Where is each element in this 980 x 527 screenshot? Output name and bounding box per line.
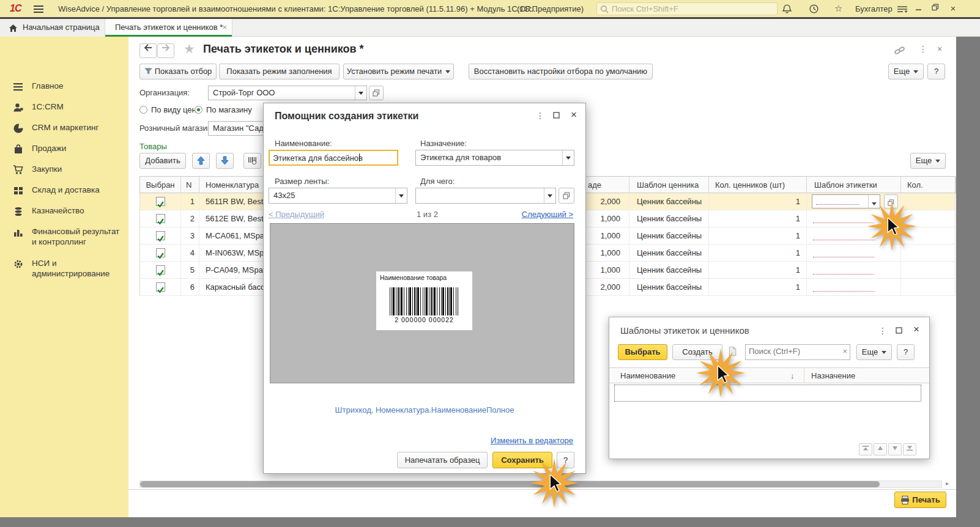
move-up-button[interactable] (192, 153, 210, 169)
panel-more-button[interactable]: Еще (856, 344, 892, 360)
restore-filter-defaults-button[interactable]: Восстановить настройки отбора по умолчан… (469, 64, 653, 79)
templates-table-header: Наименование ↓ Назначение (609, 367, 929, 383)
window-title-mode: (1С:Предприятие) (517, 4, 584, 13)
row-checkbox[interactable] (156, 282, 165, 292)
add-row-button[interactable]: Добавить (139, 153, 186, 169)
empty-selected-row[interactable] (614, 385, 921, 402)
horizontal-scrollbar[interactable] (139, 481, 942, 488)
dropdown-arrow-icon[interactable] (395, 188, 407, 203)
move-down-button[interactable] (216, 153, 234, 169)
purpose-field[interactable]: Этикетка для товаров (415, 150, 574, 166)
empty-label-template[interactable] (813, 240, 874, 240)
panel-maximize-icon[interactable] (896, 326, 902, 336)
empty-label-template[interactable] (813, 223, 874, 223)
copy-template-icon[interactable] (728, 346, 737, 358)
close-form-icon[interactable]: × (937, 44, 942, 54)
clear-search-icon[interactable]: × (842, 347, 847, 356)
more-button-top[interactable]: Еще (888, 64, 924, 79)
forward-button[interactable] (157, 43, 174, 58)
column-header-price-qty[interactable]: Кол. ценников (шт) (709, 177, 807, 194)
row-checkbox[interactable] (156, 231, 165, 240)
label-template-combo[interactable] (812, 194, 880, 208)
next-step-link[interactable]: Следующий > (522, 210, 573, 219)
dialog-maximize-icon[interactable] (553, 111, 560, 120)
move-down-button[interactable] (888, 443, 902, 455)
dialog-help-button[interactable]: ? (557, 452, 574, 468)
column-header-price-template[interactable]: Шаблон ценника (629, 177, 709, 194)
panel-menu-dots-icon[interactable]: ⋮ (878, 326, 887, 336)
notifications-bell-icon[interactable] (782, 4, 792, 16)
restore-window-button[interactable] (930, 4, 941, 13)
sort-descending-icon[interactable]: ↓ (790, 368, 795, 383)
barcode-scan-button[interactable] (243, 153, 261, 169)
row-checkbox[interactable] (156, 214, 165, 223)
column-header-selected[interactable]: Выбран (140, 177, 181, 194)
organization-open-button[interactable] (369, 86, 384, 100)
row-checkbox[interactable] (156, 265, 165, 275)
global-search[interactable] (596, 2, 778, 15)
tab-home[interactable]: Начальная страница (0, 19, 105, 37)
column-header-name[interactable]: Наименование (620, 368, 675, 383)
dialog-menu-dots-icon[interactable]: ⋮ (536, 111, 544, 120)
global-search-input[interactable] (612, 4, 771, 14)
for-what-open-button[interactable] (559, 188, 574, 204)
help-button-top[interactable]: ? (927, 64, 945, 79)
panel-help-button[interactable]: ? (897, 344, 915, 360)
previous-step-link[interactable]: < Предыдущий (269, 210, 324, 219)
show-fill-mode-button[interactable]: Показать режим заполнения (219, 64, 340, 79)
dialog-close-icon[interactable]: × (571, 109, 577, 121)
panel-close-icon[interactable]: × (913, 323, 919, 336)
goods-section-title[interactable]: Товары (139, 142, 167, 151)
dropdown-arrow-icon[interactable] (544, 188, 555, 203)
column-header-n[interactable]: N (181, 177, 199, 194)
dropdown-arrow-icon[interactable] (868, 195, 880, 208)
create-template-button[interactable]: Создать (672, 344, 722, 360)
tape-size-field[interactable]: 43x25 (269, 188, 407, 204)
empty-label-template[interactable] (813, 274, 874, 275)
empty-label-template[interactable] (813, 291, 874, 292)
go-last-button[interactable] (903, 443, 916, 455)
tab-print-labels[interactable]: Печать этикеток и ценников * × (105, 19, 232, 37)
label-template-open-button[interactable] (884, 194, 898, 208)
scrollbar-thumb[interactable] (140, 481, 880, 487)
select-template-button[interactable]: Выбрать (618, 344, 667, 360)
go-first-button[interactable] (859, 443, 872, 455)
set-print-mode-button[interactable]: Установить режим печати (343, 64, 454, 79)
row-checkbox[interactable] (156, 248, 165, 257)
template-search-input[interactable] (749, 347, 834, 356)
edit-in-editor-link[interactable]: Изменить в редакторе (491, 436, 573, 445)
column-header-label-qty[interactable]: Кол. этикеток (ш (901, 177, 956, 194)
print-sample-button[interactable]: Напечатать образец (397, 452, 488, 468)
radio-by-store[interactable]: По магазину (195, 105, 252, 114)
radio-by-price-kind[interactable]: По виду цен (139, 105, 196, 114)
empty-label-template[interactable] (813, 257, 874, 257)
favorites-star-icon[interactable]: ☆ (834, 3, 842, 14)
goods-more-button[interactable]: Еще (910, 153, 946, 169)
save-button[interactable]: Сохранить (492, 452, 552, 468)
name-input[interactable]: Этикетка для бассейнов (269, 150, 398, 166)
favorite-star-icon[interactable]: ★ (184, 42, 195, 56)
get-link-icon[interactable] (894, 45, 905, 57)
service-menu-icon[interactable] (897, 6, 908, 15)
column-header-label-template[interactable]: Шаблон этикетки (807, 177, 901, 194)
column-header-purpose[interactable]: Назначение (811, 368, 855, 383)
for-what-field[interactable] (415, 188, 556, 204)
more-dots-icon[interactable]: ⋮ (919, 44, 927, 54)
history-icon[interactable] (809, 4, 819, 16)
tab-close-icon[interactable]: × (222, 19, 227, 36)
home-icon (9, 24, 18, 32)
dropdown-arrow-icon[interactable] (355, 86, 366, 100)
minimize-button[interactable] (913, 4, 924, 13)
main-menu-icon[interactable] (34, 5, 43, 15)
back-button[interactable] (139, 43, 157, 58)
print-button[interactable]: Печать (894, 492, 946, 508)
dropdown-arrow-icon[interactable] (562, 150, 574, 165)
show-filter-button[interactable]: Показать отбор (139, 64, 217, 79)
template-search-field[interactable]: × (745, 344, 850, 360)
scroll-right-arrow-icon[interactable]: ▸ (946, 480, 949, 487)
row-checkbox[interactable] (156, 197, 165, 206)
move-up-button[interactable] (874, 443, 887, 455)
close-window-button[interactable]: × (948, 4, 959, 13)
current-user[interactable]: Бухгалтер (855, 4, 893, 13)
organization-field[interactable]: Строй-Торг ООО (208, 86, 367, 100)
